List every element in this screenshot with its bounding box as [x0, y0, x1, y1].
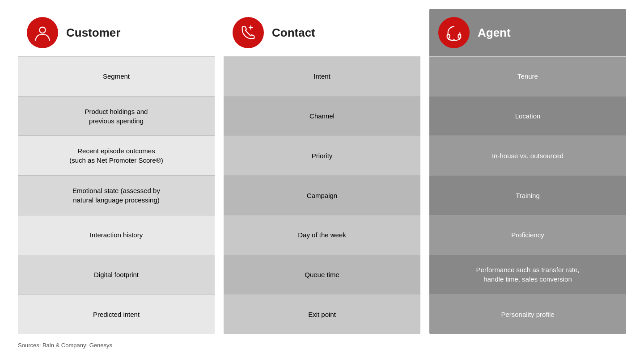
cell-customer-3: Emotional state (assessed by natural lan… — [18, 176, 215, 215]
cell-customer-4: Interaction history — [18, 215, 215, 255]
cell-agent-5: Performance such as transfer rate, handl… — [429, 255, 626, 295]
column-customer: CustomerSegmentProduct holdings and prev… — [18, 9, 215, 334]
cell-customer-0: Segment — [18, 57, 215, 97]
contact-icon — [233, 17, 264, 48]
column-header-contact: Contact — [224, 9, 420, 57]
column-title-contact: Contact — [272, 26, 315, 40]
column-title-customer: Customer — [66, 26, 120, 40]
column-agent: AgentTenureLocationIn-house vs. outsourc… — [429, 9, 626, 334]
cell-agent-6: Personality profile — [429, 295, 626, 334]
cell-agent-4: Proficiency — [429, 215, 626, 255]
cell-contact-0: Intent — [224, 57, 420, 97]
cell-customer-1: Product holdings and previous spending — [18, 97, 215, 136]
svg-point-0 — [39, 27, 45, 33]
cell-contact-2: Priority — [224, 136, 420, 176]
agent-icon — [438, 17, 470, 48]
column-contact: ContactIntentChannelPriorityCampaignDay … — [224, 9, 420, 334]
cell-agent-0: Tenure — [429, 57, 626, 97]
cell-customer-5: Digital footprint — [18, 255, 215, 295]
cell-agent-2: In-house vs. outsourced — [429, 136, 626, 176]
cell-contact-1: Channel — [224, 97, 420, 136]
cell-agent-3: Training — [429, 176, 626, 215]
cell-customer-2: Recent episode outcomes (such as Net Pro… — [18, 136, 215, 176]
column-body-contact: IntentChannelPriorityCampaignDay of the … — [224, 57, 420, 334]
customer-icon — [27, 17, 58, 48]
footer-text: Sources: Bain & Company; Genesys — [18, 342, 626, 349]
svg-point-5 — [453, 39, 455, 40]
column-body-agent: TenureLocationIn-house vs. outsourcedTra… — [429, 57, 626, 334]
column-title-agent: Agent — [478, 26, 511, 40]
cell-contact-6: Exit point — [224, 295, 420, 334]
cell-customer-6: Predicted intent — [18, 295, 215, 334]
cell-agent-1: Location — [429, 97, 626, 136]
cell-contact-3: Campaign — [224, 176, 420, 215]
cell-contact-4: Day of the week — [224, 215, 420, 255]
column-header-agent: Agent — [429, 9, 626, 57]
columns-wrapper: CustomerSegmentProduct holdings and prev… — [18, 9, 626, 334]
column-header-customer: Customer — [18, 9, 215, 57]
cell-contact-5: Queue time — [224, 255, 420, 295]
column-body-customer: SegmentProduct holdings and previous spe… — [18, 57, 215, 334]
